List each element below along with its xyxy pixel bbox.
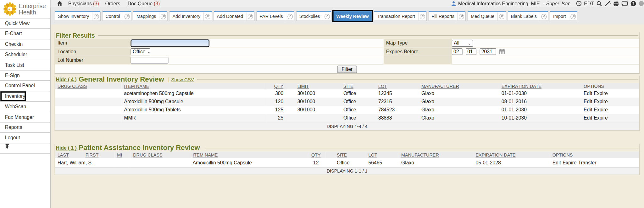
col-header-expiration-date[interactable]: EXPIRATION DATE [499,83,581,89]
expires-day-input[interactable] [466,48,476,55]
edit-link[interactable]: Edit [584,91,592,96]
sidebar-item-e-sign[interactable]: E-Sign [0,71,50,81]
clock-icon[interactable] [576,1,581,6]
expire-link[interactable]: Expire [594,107,608,113]
cell-manufacturer: Glaxo [419,98,499,106]
filter-button[interactable]: Filter [337,65,357,73]
tab-weekly-review[interactable]: Weekly Review [333,11,372,21]
open-in-new-window-icon[interactable] [540,12,548,20]
col-header-qty[interactable]: QTY [309,152,325,158]
open-in-new-window-icon[interactable] [497,12,505,20]
tab-add-inventory[interactable]: Add Inventory [169,11,212,21]
filter-grid: Item Map Type All⌄ Location Office⌄ Expi… [55,39,639,73]
open-in-new-window-icon[interactable] [323,12,331,20]
location-select[interactable]: Office⌄ [130,48,150,55]
edit-link[interactable]: Edit [584,107,592,113]
open-in-new-window-icon[interactable] [418,12,426,20]
open-in-new-window-icon[interactable] [569,12,577,20]
sidebar-pin-toggle[interactable] [0,143,50,154]
col-header-manufacturer[interactable]: MANUFACTURER [419,83,499,89]
general-hide-link[interactable]: Hide ( 4 ) [56,77,77,82]
tab-transaction-report[interactable]: Transaction Report [374,11,427,21]
sidebar-item-scheduler[interactable]: Scheduler [0,50,50,60]
inventory-tab-strip: Show Inventory Control Mappings Add Inve… [51,8,644,25]
wand-icon[interactable] [605,1,611,6]
search-icon[interactable] [596,1,602,6]
tab-import[interactable]: Import [550,11,578,21]
col-header-item-name[interactable]: ITEM NAME [190,152,309,158]
col-header-drug-class[interactable]: DRUG CLASS [130,152,190,158]
col-header-last[interactable]: LAST [55,152,83,158]
col-header-qty[interactable]: QTY [266,83,285,89]
tab-par-levels[interactable]: PAR Levels [256,11,294,21]
cell-site: Office [341,106,376,114]
sidebar-item-quick-view[interactable]: Quick View [0,19,50,29]
sidebar-item-task-list[interactable]: Task List [0,60,50,70]
calendar-icon[interactable] [499,49,505,54]
item-input[interactable] [130,39,209,47]
top-nav-doc-queue[interactable]: Doc Queue (3) [128,1,160,6]
col-header-mi[interactable]: MI [114,152,130,158]
open-in-new-window-icon[interactable] [123,12,131,20]
tab-add-donated[interactable]: Add Donated [214,11,255,21]
map-type-select[interactable]: All⌄ [452,40,473,46]
tab-show-inventory[interactable]: Show Inventory [55,11,101,21]
user-area[interactable]: Medical Informatics Engineering, MIE - S… [451,1,570,6]
open-in-new-window-icon[interactable] [457,12,465,20]
expires-year-input[interactable] [480,48,496,55]
sidebar-item-e-chart[interactable]: E-Chart [0,29,50,39]
home-icon[interactable] [57,1,63,6]
open-in-new-window-icon[interactable] [203,12,211,20]
col-header-site[interactable]: SITE [341,83,376,89]
open-in-new-window-icon[interactable] [286,12,294,20]
lot-number-input[interactable] [130,57,168,64]
col-header-lot[interactable]: LOT [376,83,419,89]
tab-med-queue[interactable]: Med Queue [468,11,506,21]
col-header-item-name[interactable]: ITEM NAME [122,83,266,89]
col-header-first[interactable]: FIRST [83,152,115,158]
open-in-new-window-icon[interactable] [246,12,254,20]
edit-link[interactable]: Edit [584,115,592,121]
sidebar-item-logout[interactable]: Logout [0,133,50,143]
patient-section-title: Patient Assistance Inventory Review [79,144,200,152]
sidebar-item-fax-manager[interactable]: Fax Manager [0,112,50,122]
col-header-site[interactable]: SITE [325,152,366,158]
tab-fill-reports[interactable]: Fill Reports [428,11,466,21]
col-header-drug-class[interactable]: DRUG CLASS [55,83,122,89]
sidebar-item-control-panel[interactable]: Control Panel [0,81,50,91]
open-in-new-window-icon[interactable] [92,12,100,20]
patient-hide-link[interactable]: Hide ( 1 ) [56,145,77,151]
keyboard-icon[interactable] [621,1,628,6]
transfer-link[interactable]: Transfer [578,160,597,165]
col-header-lot[interactable]: LOT [366,152,399,158]
globe-icon[interactable] [613,1,619,6]
sidebar-item-inventory[interactable]: Inventory [0,91,50,102]
tab-blank-labels[interactable]: Blank Labels [508,11,548,21]
timezone-label[interactable]: EDT [584,1,594,6]
top-nav-physicians[interactable]: Physicians (3) [68,1,99,6]
expire-link[interactable]: Expire [594,115,608,121]
expire-link[interactable]: Expire [594,91,608,96]
sidebar-item-checkin[interactable]: Checkin [0,39,50,50]
col-header-manufacturer[interactable]: MANUFACTURER [399,152,473,158]
help-icon[interactable]: ? [630,1,636,6]
general-inventory-review-section: Hide ( 4 ) General Inventory Review | Sh… [55,76,640,131]
user-icon [451,1,456,6]
general-show-csv-link[interactable]: Show CSV [171,77,194,82]
tab-stockpiles[interactable]: Stockpiles [296,11,331,21]
expire-link[interactable]: Expire [563,160,576,165]
expires-month-input[interactable] [452,48,463,55]
col-header-limit[interactable]: LIMIT [285,83,341,89]
cell-manufacturer: Glaxo [419,89,499,98]
open-in-new-window-icon[interactable] [159,12,167,20]
edit-link[interactable]: Edit [552,160,561,165]
expire-link[interactable]: Expire [594,99,608,104]
edit-link[interactable]: Edit [584,99,592,104]
sidebar-item-webscan[interactable]: WebScan [0,102,50,112]
status-dot-icon[interactable] [639,1,644,6]
top-nav-orders[interactable]: Orders [105,1,121,6]
col-header-expiration-date[interactable]: EXPIRATION DATE [473,152,550,158]
sidebar-item-reports[interactable]: Reports [0,122,50,133]
tab-mappings[interactable]: Mappings [133,11,168,21]
tab-control[interactable]: Control [102,11,131,21]
